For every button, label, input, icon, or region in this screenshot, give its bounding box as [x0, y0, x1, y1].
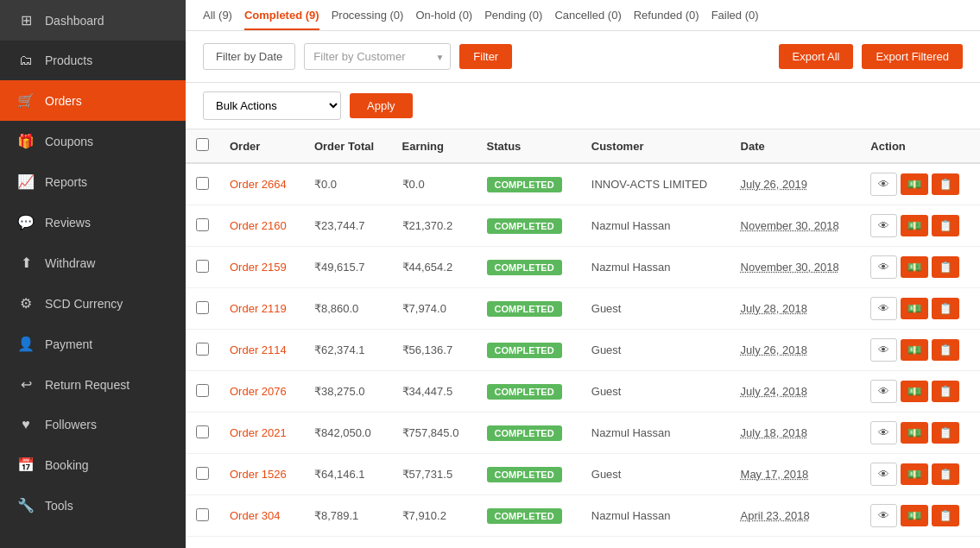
- row-date-order-2076: July 24, 2018: [730, 371, 861, 413]
- view-button-order-2159[interactable]: 👁: [870, 255, 897, 279]
- invoice-button-order-2114[interactable]: 💵: [901, 339, 928, 361]
- sidebar-item-reports[interactable]: 📈 Reports: [0, 161, 186, 202]
- row-select-order-2021[interactable]: [196, 425, 209, 438]
- copy-button-order-1526[interactable]: 📋: [932, 463, 959, 485]
- view-button-order-2114[interactable]: 👁: [870, 338, 897, 362]
- invoice-button-order-2160[interactable]: 💵: [901, 215, 928, 236]
- status-badge-order-304: Completed: [487, 508, 562, 524]
- copy-button-order-2076[interactable]: 📋: [932, 381, 959, 402]
- sidebar-item-payment[interactable]: 👤 Payment: [0, 324, 186, 364]
- row-actions-order-2076: 👁 💵 📋: [860, 371, 980, 413]
- row-select-order-2664[interactable]: [196, 177, 209, 190]
- payment-icon: 👤: [17, 336, 35, 352]
- toolbar-right: Export All Export Filtered: [779, 44, 963, 69]
- row-checkbox-order-2076: [186, 371, 219, 413]
- row-checkbox-order-2119: [186, 288, 219, 330]
- status-badge-order-2159: Completed: [487, 260, 562, 275]
- tab-all[interactable]: All (9): [203, 9, 232, 30]
- view-button-order-2021[interactable]: 👁: [870, 421, 897, 444]
- filter-date-button[interactable]: Filter by Date: [203, 43, 295, 70]
- row-select-order-304[interactable]: [196, 508, 209, 521]
- view-button-order-2119[interactable]: 👁: [870, 297, 897, 320]
- sidebar-item-coupons[interactable]: 🎁 Coupons: [0, 121, 186, 161]
- sidebar-item-followers[interactable]: ♥ Followers: [0, 405, 186, 444]
- header-order: Order: [219, 129, 304, 163]
- row-status-order-2021: Completed: [477, 413, 581, 454]
- copy-button-order-2021[interactable]: 📋: [932, 422, 959, 444]
- tab-failed[interactable]: Failed (0): [711, 9, 759, 30]
- row-select-order-2076[interactable]: [196, 384, 209, 397]
- sidebar-item-booking[interactable]: 📅 Booking: [0, 444, 186, 485]
- sidebar-item-reviews[interactable]: 💬 Reviews: [0, 202, 186, 243]
- row-select-order-2160[interactable]: [196, 218, 209, 231]
- action-buttons-order-2664: 👁 💵 📋: [870, 173, 970, 196]
- tab-cancelled[interactable]: Cancelled (0): [554, 9, 621, 30]
- row-total-order-304: ₹8,789.1: [304, 495, 392, 537]
- sidebar-item-label-products: Products: [45, 54, 92, 67]
- view-button-order-1526[interactable]: 👁: [870, 463, 897, 486]
- row-checkbox-order-1526: [186, 454, 219, 495]
- order-link-order-2159[interactable]: Order 2159: [230, 261, 287, 274]
- row-customer-order-2160: Nazmul Hassan: [581, 205, 730, 247]
- filter-customer-select[interactable]: Filter by Customer: [304, 43, 451, 70]
- copy-button-order-2114[interactable]: 📋: [932, 339, 959, 361]
- sidebar-item-label-dashboard: Dashboard: [45, 14, 104, 28]
- copy-button-order-2159[interactable]: 📋: [932, 256, 959, 278]
- order-link-order-2664[interactable]: Order 2664: [230, 178, 287, 191]
- orders-icon: 🛒: [17, 92, 35, 109]
- order-link-order-2119[interactable]: Order 2119: [230, 302, 287, 315]
- sidebar-item-products[interactable]: 🗂 Products: [0, 41, 186, 80]
- row-select-order-2159[interactable]: [196, 260, 209, 273]
- row-earning-order-2114: ₹56,136.7: [392, 330, 477, 371]
- tab-on-hold[interactable]: On-hold (0): [415, 9, 472, 30]
- row-select-order-1526[interactable]: [196, 467, 209, 480]
- row-actions-order-2664: 👁 💵 📋: [860, 163, 980, 205]
- tab-refunded[interactable]: Refunded (0): [634, 9, 699, 30]
- sidebar-item-orders[interactable]: 🛒 Orders: [0, 80, 186, 121]
- order-link-order-1526[interactable]: Order 1526: [230, 468, 287, 481]
- select-all-checkbox[interactable]: [196, 138, 209, 151]
- sidebar-item-scd-currency[interactable]: ⚙ SCD Currency: [0, 283, 186, 324]
- copy-button-order-304[interactable]: 📋: [932, 505, 959, 526]
- sidebar-item-dashboard[interactable]: ⊞ Dashboard: [0, 0, 186, 41]
- table-row: Order 2160 ₹23,744.7 ₹21,370.2 Completed…: [186, 205, 980, 247]
- tab-processing[interactable]: Processing (0): [332, 9, 404, 30]
- invoice-button-order-1526[interactable]: 💵: [901, 463, 928, 485]
- copy-button-order-2664[interactable]: 📋: [932, 173, 959, 195]
- order-link-order-2160[interactable]: Order 2160: [230, 219, 287, 232]
- row-select-order-2114[interactable]: [196, 343, 209, 356]
- export-filtered-button[interactable]: Export Filtered: [862, 44, 963, 69]
- apply-button[interactable]: Apply: [350, 93, 413, 118]
- bulk-actions-select[interactable]: Bulk Actions: [203, 91, 341, 120]
- order-link-order-2114[interactable]: Order 2114: [230, 343, 287, 356]
- order-link-order-2021[interactable]: Order 2021: [230, 426, 287, 439]
- view-button-order-2076[interactable]: 👁: [870, 380, 897, 403]
- copy-button-order-2119[interactable]: 📋: [932, 298, 959, 319]
- view-button-order-2664[interactable]: 👁: [870, 173, 897, 196]
- tab-pending[interactable]: Pending (0): [484, 9, 542, 30]
- row-total-order-2664: ₹0.0: [304, 163, 392, 205]
- export-all-button[interactable]: Export All: [779, 44, 854, 69]
- order-tabs: All (9)Completed (9)Processing (0)On-hol…: [186, 0, 980, 31]
- invoice-button-order-2119[interactable]: 💵: [901, 298, 928, 319]
- copy-button-order-2160[interactable]: 📋: [932, 215, 959, 236]
- scd-currency-icon: ⚙: [17, 295, 35, 312]
- invoice-button-order-304[interactable]: 💵: [901, 505, 928, 526]
- filter-button[interactable]: Filter: [459, 44, 512, 69]
- row-date-order-2119: July 28, 2018: [730, 288, 861, 330]
- row-select-order-2119[interactable]: [196, 301, 209, 314]
- sidebar-item-tools[interactable]: 🔧 Tools: [0, 485, 186, 526]
- view-button-order-2160[interactable]: 👁: [870, 214, 897, 237]
- invoice-button-order-2664[interactable]: 💵: [901, 173, 928, 195]
- sidebar-item-withdraw[interactable]: ⬆ Withdraw: [0, 243, 186, 283]
- tab-completed[interactable]: Completed (9): [244, 9, 319, 30]
- order-link-order-304[interactable]: Order 304: [230, 509, 281, 522]
- row-total-order-2021: ₹842,050.0: [304, 413, 392, 454]
- invoice-button-order-2076[interactable]: 💵: [901, 381, 928, 402]
- invoice-button-order-2021[interactable]: 💵: [901, 422, 928, 444]
- invoice-button-order-2159[interactable]: 💵: [901, 256, 928, 278]
- order-link-order-2076[interactable]: Order 2076: [230, 385, 287, 398]
- sidebar-item-return-request[interactable]: ↩ Return Request: [0, 364, 186, 405]
- view-button-order-304[interactable]: 👁: [870, 504, 897, 527]
- table-row: Order 1526 ₹64,146.1 ₹57,731.5 Completed…: [186, 454, 980, 495]
